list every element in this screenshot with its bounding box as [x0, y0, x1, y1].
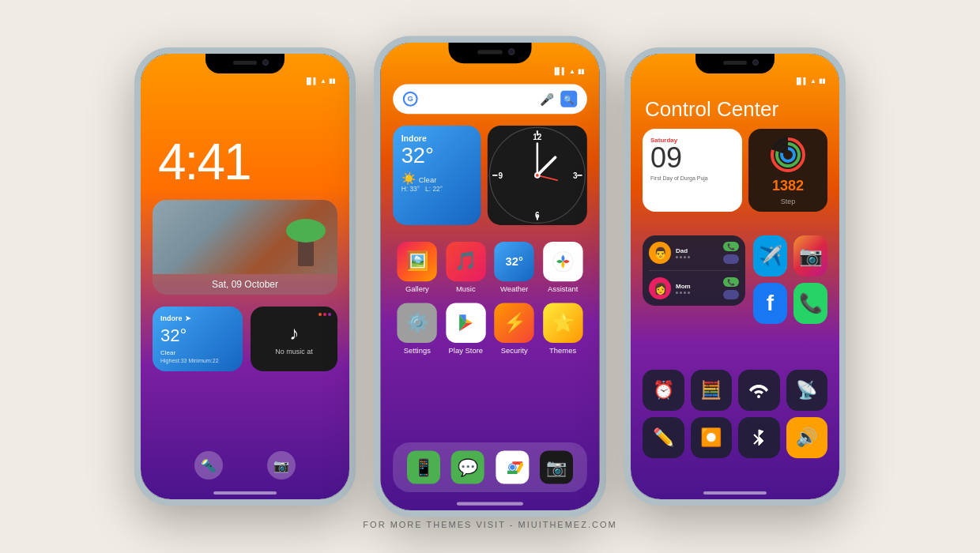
svg-point-23	[510, 465, 514, 469]
instagram-app[interactable]: 📷	[793, 235, 827, 276]
notes-control[interactable]: ✏️	[643, 417, 684, 458]
music-label: Music	[456, 285, 476, 294]
alarm-control[interactable]: ⏰	[643, 370, 684, 411]
home-weather-hl: H: 33° L: 22°	[401, 185, 473, 192]
flashlight-button[interactable]: 🔦	[194, 451, 223, 480]
call-mom-btn[interactable]: 📞	[723, 277, 739, 287]
battery-icon3: ▮▮	[819, 77, 825, 85]
themes-icon: ⭐	[543, 303, 582, 343]
lock-widgets: Indore ➤ 32° Clear Highest:33 Minimum:22…	[153, 307, 337, 371]
watermark: FOR MORE THEMES VISIT - MIUITHEMEZ.COM	[363, 520, 616, 529]
status-icons2: ▐▌▌ ▲ ▮▮	[552, 67, 585, 74]
app-playstore[interactable]: Play Store	[446, 303, 485, 355]
record-control[interactable]: ⏺️	[691, 417, 733, 458]
dot2	[680, 256, 682, 258]
wifi-control[interactable]	[738, 370, 780, 411]
signal-control[interactable]: 📡	[786, 370, 828, 411]
google-logo: G	[403, 92, 418, 107]
dot3	[684, 256, 686, 258]
contact-divider	[649, 270, 739, 271]
contact-dad-row: 👨 Dad 📞	[649, 242, 739, 264]
wifi-icon3: ▲	[810, 77, 816, 85]
microphone-icon[interactable]: 🎤	[540, 92, 554, 106]
calendar-widget: Saturday 09 First Day of Durga Puja	[643, 129, 742, 212]
music-note-icon: ♪	[289, 322, 299, 344]
bluetooth-control[interactable]	[738, 417, 780, 458]
mdot3	[684, 292, 686, 294]
status-bar: ▐▌▌ ▲ ▮▮	[141, 76, 349, 86]
battery-icon: ▮▮	[329, 77, 335, 85]
svg-point-13	[536, 174, 539, 177]
dot1	[676, 256, 678, 258]
msg-mom-btn[interactable]	[723, 290, 739, 299]
apps-row-2: ⚙️ Settings P	[393, 303, 587, 355]
dot-pink	[323, 313, 326, 316]
notch-speaker3	[723, 61, 747, 65]
phone2: ▐▌▌ ▲ ▮▮ G 🎤 🔍 Indore 32° ☀️	[374, 36, 606, 517]
weather-minmax: Highest:33 Minimum:22	[160, 358, 235, 363]
app-themes[interactable]: ⭐ Themes	[543, 303, 582, 355]
home-widgets: Indore 32° ☀️ Clear H: 33° L: 22° 12	[393, 126, 587, 225]
lock-weather-mini: Indore ➤ 32° Clear Highest:33 Minimum:22	[153, 307, 243, 371]
app-weather[interactable]: 32° Weather	[495, 242, 534, 293]
cc-apps-row2: f 📞	[753, 283, 827, 324]
lock-time: 4:41	[141, 133, 349, 191]
status-icons3: ▐▌▌ ▲ ▮▮	[794, 77, 825, 85]
home-bar2	[457, 502, 523, 506]
tree-decoration	[298, 235, 314, 266]
volume-control[interactable]: 🔊	[786, 417, 828, 458]
calendar-date: 09	[650, 144, 734, 172]
dad-actions: 📞	[723, 242, 739, 264]
signal-icon2: ▐▌▌	[552, 67, 567, 74]
dad-info: Dad	[676, 247, 718, 258]
home-weather-condition: Clear	[419, 176, 437, 185]
lock-date: Sat, 09 October	[153, 274, 337, 295]
dad-name: Dad	[676, 247, 718, 254]
app-security[interactable]: ⚡ Security	[495, 303, 534, 355]
dock-messages[interactable]: 💬	[451, 451, 484, 484]
home-weather-city: Indore	[401, 134, 473, 143]
control-center-title: Control Center	[645, 97, 778, 122]
calendar-event: First Day of Durga Puja	[650, 175, 734, 181]
playstore-label: Play Store	[448, 346, 483, 355]
google-search-bar[interactable]: G 🎤 🔍	[393, 84, 587, 114]
lens-icon[interactable]: 🔍	[560, 91, 577, 107]
whatsapp-app[interactable]: 📞	[793, 283, 827, 324]
camera-button[interactable]: 📷	[267, 451, 296, 480]
notch-speaker2	[477, 50, 503, 54]
weather-icon: 32°	[495, 242, 534, 281]
lock-weather-widget: Sat, 09 October	[153, 200, 337, 295]
app-settings[interactable]: ⚙️ Settings	[398, 303, 437, 355]
mom-avatar: 👩	[649, 277, 671, 299]
notch-camera	[262, 59, 269, 66]
dot-orange	[318, 313, 322, 316]
notch2	[449, 43, 532, 63]
status-bar2: ▐▌▌ ▲ ▮▮	[380, 66, 599, 77]
app-gallery[interactable]: 🖼️ Gallery	[398, 242, 437, 293]
dock-phone[interactable]: 📱	[407, 451, 440, 484]
playstore-icon	[446, 303, 485, 343]
weather-temp: 32°	[160, 325, 235, 346]
weather-label: Weather	[500, 285, 529, 294]
dock: 📱 💬 📷	[393, 442, 587, 492]
gallery-label: Gallery	[405, 285, 429, 294]
dad-dots	[676, 256, 718, 258]
dock-chrome[interactable]	[496, 451, 529, 484]
home-bar	[213, 491, 277, 495]
assistant-label: Assistant	[548, 285, 578, 294]
notch	[205, 54, 285, 73]
calculator-control[interactable]: 🧮	[691, 370, 733, 411]
home-clock-widget: 12 3 6 9	[488, 126, 587, 225]
cc-top-widgets: Saturday 09 First Day of Durga Puja 1382…	[643, 129, 827, 212]
cc-controls-row2: ✏️ ⏺️ 🔊	[643, 417, 827, 458]
app-assistant[interactable]: Assistant	[543, 242, 582, 293]
app-music[interactable]: 🎵 Music	[446, 242, 485, 293]
dad-avatar: 👨	[649, 242, 671, 264]
activity-widget: 1382 Step	[748, 129, 827, 212]
dock-camera[interactable]: 📷	[540, 451, 573, 484]
call-dad-btn[interactable]: 📞	[723, 242, 739, 251]
facebook-app[interactable]: f	[753, 283, 787, 324]
battery-icon2: ▮▮	[578, 67, 584, 74]
telegram-app[interactable]: ✈️	[753, 235, 787, 276]
msg-dad-btn[interactable]	[723, 254, 739, 264]
